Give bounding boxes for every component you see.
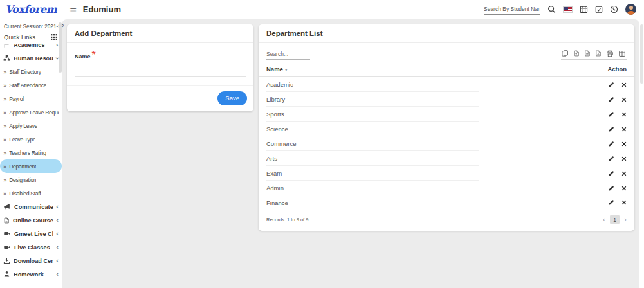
sidebar-item-designation[interactable]: »Designation [0, 173, 62, 186]
delete-icon[interactable] [621, 112, 627, 117]
edit-icon[interactable] [608, 170, 614, 177]
sidebar-item-approve-leave-request[interactable]: »Approve Leave Request [0, 105, 62, 119]
sidebar-item-label: Disabled Staff [9, 190, 41, 197]
brand-logo[interactable]: Voxforem [5, 3, 57, 15]
export-toolbar [561, 50, 627, 60]
student-search-input[interactable] [484, 4, 540, 15]
sidebar-item-homework[interactable]: Homework‹ [0, 267, 62, 277]
delete-icon[interactable] [621, 171, 627, 176]
add-department-form: Name* [67, 43, 253, 77]
user-avatar[interactable] [625, 4, 636, 15]
excel-icon[interactable] [573, 50, 580, 57]
sidebar-item-academics[interactable]: Academics‹ [0, 44, 62, 51]
records-count: Records: 1 to 9 of 9 [266, 217, 308, 222]
hamburger-menu-icon[interactable]: ≡ [69, 5, 77, 14]
edit-icon[interactable] [608, 126, 614, 132]
sidebar-item-label: Download Center [14, 258, 53, 264]
page-number[interactable]: 1 [610, 215, 620, 224]
task-check-icon[interactable] [595, 6, 603, 14]
department-name-cell: Exam [266, 166, 479, 181]
save-button[interactable]: Save [217, 91, 247, 105]
edit-icon[interactable] [608, 185, 614, 192]
video-camera-icon [3, 244, 11, 251]
sidebar-item-staff-directory[interactable]: »Staff Directory [0, 65, 62, 78]
download-icon [3, 257, 10, 264]
copy-icon[interactable] [562, 50, 569, 57]
delete-icon[interactable] [621, 200, 627, 205]
edit-icon[interactable] [608, 82, 614, 88]
edit-icon[interactable] [608, 156, 614, 162]
table-header: Name▾ Action [259, 61, 634, 77]
list-toolbar [259, 43, 634, 61]
sidebar-item-leave-type[interactable]: »Leave Type [0, 132, 62, 146]
action-cell [608, 185, 627, 192]
logo-area: Voxforem [0, 0, 62, 19]
action-cell [608, 170, 627, 177]
double-chevron-icon: » [3, 136, 6, 143]
table-search-input[interactable] [266, 50, 310, 60]
edit-icon[interactable] [608, 111, 614, 118]
whatsapp-icon[interactable] [610, 5, 618, 14]
page-scrollbar[interactable] [639, 19, 644, 288]
language-us-flag-icon[interactable] [563, 6, 573, 13]
chevron-left-icon: ‹ [56, 204, 59, 210]
calendar-icon[interactable] [580, 5, 588, 14]
edit-icon[interactable] [608, 141, 614, 147]
table-row: Exam [259, 166, 634, 181]
sidebar-item-human-resource[interactable]: Human Resource‹ [0, 51, 62, 65]
sidebar-item-disabled-staff[interactable]: »Disabled Staff [0, 186, 62, 200]
page-next-icon[interactable]: › [624, 216, 627, 223]
grid-icon[interactable] [51, 34, 57, 40]
delete-icon[interactable] [621, 127, 627, 132]
action-cell [608, 126, 627, 132]
edit-icon[interactable] [608, 96, 614, 103]
chevron-left-icon: ‹ [56, 244, 59, 251]
top-bar: Voxforem ≡ Edumium [0, 0, 644, 19]
table-footer: Records: 1 to 9 of 9 ‹ 1 › [259, 210, 634, 231]
search-icon[interactable] [547, 5, 556, 14]
csv-icon[interactable] [584, 50, 591, 57]
columns-icon[interactable] [618, 50, 626, 57]
column-header-action: Action [607, 66, 627, 73]
department-name-input[interactable] [75, 64, 246, 77]
double-chevron-icon: » [3, 190, 6, 197]
delete-icon[interactable] [621, 82, 627, 87]
sidebar-item-payroll[interactable]: »Payroll [0, 92, 62, 105]
pdf-icon[interactable] [595, 50, 602, 57]
delete-icon[interactable] [621, 141, 627, 147]
sidebar: Current Session: 2021-22 Quick Links Aca… [0, 19, 62, 288]
sidebar-item-download-center[interactable]: Download Center‹ [0, 254, 62, 267]
sidebar-item-department[interactable]: »Department [0, 159, 62, 173]
action-cell [608, 111, 627, 118]
sidebar-item-teachers-rating[interactable]: »Teachers Rating [0, 146, 62, 159]
edit-icon[interactable] [608, 199, 614, 206]
add-department-card: Add Department Name* Save [67, 24, 253, 111]
megaphone-icon [3, 203, 11, 211]
action-cell [608, 141, 627, 147]
sidebar-item-apply-leave[interactable]: »Apply Leave [0, 119, 62, 132]
sidebar-item-staff-attendance[interactable]: »Staff Attendance [0, 78, 62, 92]
sidebar-scrollbar[interactable] [59, 22, 62, 73]
page-prev-icon[interactable]: ‹ [603, 216, 605, 223]
sidebar-item-label: Leave Type [9, 136, 35, 143]
chevron-left-icon: ‹ [56, 217, 59, 224]
sidebar-item-label: Human Resource [14, 55, 53, 62]
sidebar-item-online-course[interactable]: Online Course‹ [0, 213, 62, 227]
sidebar-item-label: Teachers Rating [9, 150, 46, 156]
sidebar-item-label: Department [9, 163, 36, 170]
name-field-label: Name [75, 53, 91, 60]
sidebar-item-communicate[interactable]: Communicate‹ [0, 200, 62, 213]
print-icon[interactable] [606, 50, 614, 57]
delete-icon[interactable] [621, 186, 627, 191]
quick-links-label: Quick Links [4, 33, 35, 40]
department-name-cell: Science [266, 122, 479, 136]
department-name-cell: Academic [266, 77, 479, 92]
sidebar-item-live-classes[interactable]: Live Classes‹ [0, 240, 62, 254]
sidebar-item-gmeet-live-classes[interactable]: Gmeet Live Classes‹ [0, 227, 62, 240]
sidebar-item-label: Gmeet Live Classes [14, 231, 53, 237]
delete-icon[interactable] [621, 97, 627, 102]
delete-icon[interactable] [621, 156, 627, 161]
department-list-title: Department List [259, 24, 634, 43]
add-department-footer: Save [67, 86, 253, 111]
column-header-name[interactable]: Name▾ [266, 66, 287, 73]
